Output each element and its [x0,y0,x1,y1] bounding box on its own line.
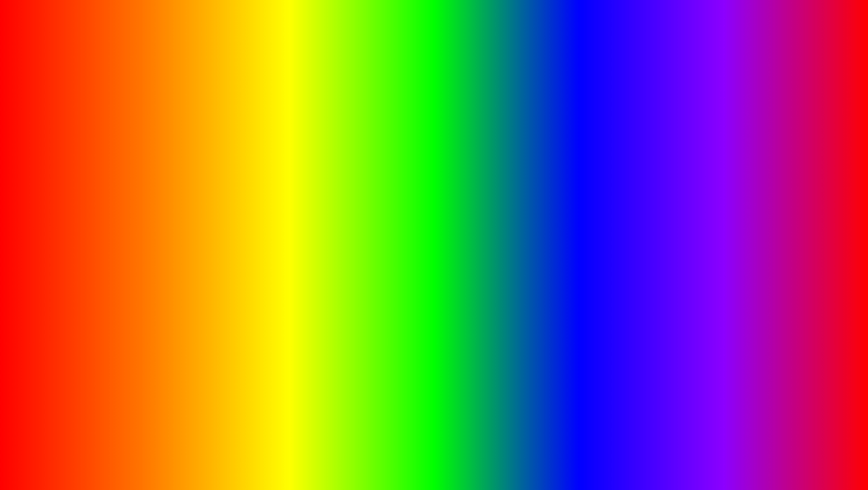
auto-raid-tp-label: Auto Raid + Auto tp Island [71,249,149,257]
logo-blox-text: BLOX [800,464,828,476]
misc-sign: MISC. [688,90,735,110]
must-use-before-raid-label: Must Be Use This Before Auto Raid [71,271,177,279]
auto-buy-chip-select-label: Auto Buy Chip Select [71,205,135,213]
skull-icon: 💀 [797,429,831,461]
toggle-knob [283,271,291,279]
toggle-knob [283,205,291,213]
pastebin-text: PASTEBIN [546,446,728,480]
player-character [510,286,546,390]
player-feet [510,383,546,390]
buy-chip-select-label: Buy Chip Select [163,184,211,192]
auto-start-raid-toggle[interactable] [282,292,302,302]
player-jacket [510,317,546,342]
kill-aura-button[interactable]: Kill Aura [64,309,309,329]
player-leg-right [529,358,542,383]
logo-fruits-text: FRUITS [796,476,832,487]
player-glasses [515,296,540,304]
auto-awakend-skill-label: Auto Awakend Skill [71,227,128,235]
player-body [510,317,546,358]
auto-awakend-skill-toggle[interactable] [282,226,302,236]
auto-start-raid-button[interactable]: Auto Start Raid [64,287,309,307]
toggle-knob [293,315,301,323]
script-text: SCRIPT [402,446,537,480]
player-foot-left [512,383,527,390]
buy-chip-select-button[interactable]: Buy Chip Select [64,179,309,196]
script-panel: Main Credits #SonicTeam Dropdown : Flame… [58,139,315,336]
mysterious-entity-text: Mysterious Entity [685,158,752,168]
dropdown-label: Dropdown : Flame [71,162,130,170]
auto-awakend-skill-button[interactable]: Auto Awakend Skill [64,221,309,241]
npc-face [679,306,688,310]
player-foot-right [529,383,544,390]
logo-text: BLOX FRUITS [796,464,832,488]
title-container: BLOX FRUITS [232,7,636,137]
auto-start-raid-label: Auto Start Raid [71,293,117,301]
must-use-before-raid-button[interactable]: Must Be Use This Before Auto Raid [64,265,309,285]
bottom-text-row: AUTO RAID SCRIPT PASTEBIN [0,442,868,485]
auto-buy-chip-select-button[interactable]: Auto Buy Chip Select [64,199,309,218]
toggle-knob [283,227,291,235]
auto-raid-tp-toggle[interactable] [282,248,302,258]
player-head [512,286,544,317]
kill-aura-toggle[interactable] [282,314,302,324]
player-legs [510,358,546,383]
game-title: BLOX FRUITS [232,7,636,137]
npc-head [674,295,692,313]
must-use-before-raid-toggle[interactable] [282,270,302,280]
toggle-knob [293,249,301,257]
blox-fruits-logo: 💀 BLOX FRUITS [778,409,850,481]
dropdown-flame[interactable]: Dropdown : Flame ▼ [64,157,309,175]
chevron-down-icon: ▼ [297,163,302,169]
sonic-team-label: #SonicTeam [274,143,309,151]
toggle-knob [283,293,291,301]
kill-aura-label: Kill Aura [71,315,96,323]
bottom-section: AUTO RAID SCRIPT PASTEBIN [0,442,868,485]
auto-buy-chip-select-toggle[interactable] [282,204,302,214]
auto-raid-text: AUTO RAID [140,442,393,485]
player-leg-left [514,358,527,383]
auto-raid-tp-button[interactable]: Auto Raid + Auto tp Island [64,243,309,263]
